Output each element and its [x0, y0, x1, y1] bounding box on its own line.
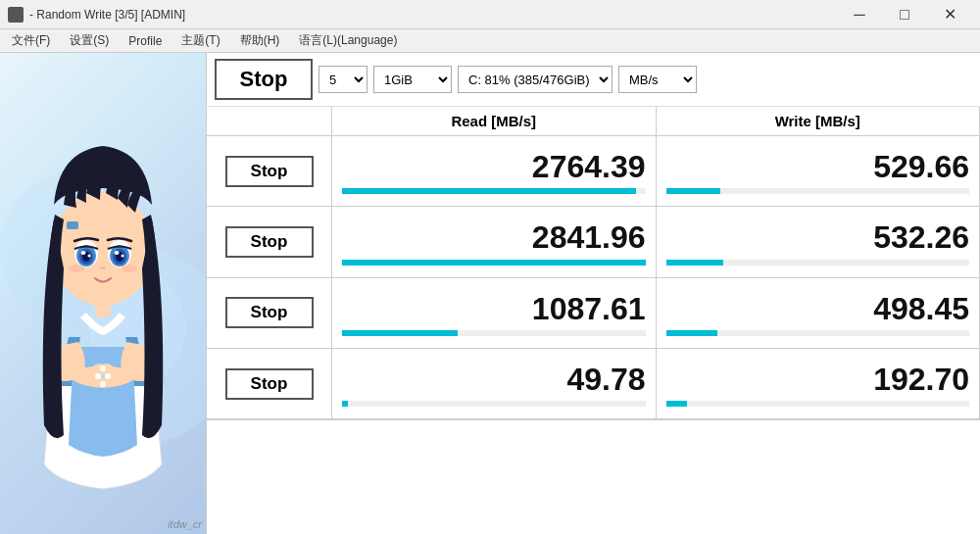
row2-stop-button[interactable]: Stop [225, 226, 314, 258]
maximize-button[interactable]: □ [882, 0, 927, 29]
svg-point-17 [122, 255, 124, 258]
row3-write-cell: 498.45 [657, 278, 981, 348]
row4-stop-button[interactable]: Stop [225, 368, 314, 400]
row1-write-bar-container [666, 188, 970, 194]
close-button[interactable]: ✕ [927, 0, 972, 29]
row4-read-bar-container [342, 401, 646, 407]
test-size-dropdown[interactable]: 1GiB [373, 66, 452, 93]
row4-btn-cell: Stop [207, 349, 332, 418]
row1-write-cell: 529.66 [657, 136, 981, 206]
svg-point-22 [100, 365, 106, 371]
title-bar: - Random Write [3/5] [ADMIN] ─ □ ✕ [0, 0, 980, 29]
row1-stop-button[interactable]: Stop [225, 156, 314, 187]
row2-write-cell: 532.26 [657, 207, 981, 276]
menu-language[interactable]: 语言(L)(Language) [291, 30, 405, 51]
drive-dropdown[interactable]: C: 81% (385/476GiB) [458, 66, 612, 93]
row2-write-bar-container [666, 260, 970, 266]
table-row: Stop 2841.96 532.26 [207, 207, 980, 277]
row2-read-bar [342, 260, 646, 266]
svg-point-16 [115, 251, 120, 255]
svg-point-18 [69, 265, 84, 272]
row2-btn-cell: Stop [207, 207, 332, 276]
row4-write-bar [666, 401, 688, 407]
menu-file[interactable]: 文件(F) [4, 30, 58, 51]
watermark: itdw_cr [168, 518, 202, 530]
row3-write-bar [666, 330, 718, 336]
minimize-button[interactable]: ─ [837, 0, 882, 29]
header-col-write: Write [MB/s] [657, 107, 981, 135]
row4-write-cell: 192.70 [657, 349, 981, 418]
row3-read-cell: 1087.61 [332, 278, 657, 348]
svg-point-11 [88, 255, 91, 258]
row1-read-bar [342, 188, 636, 194]
svg-point-4 [52, 192, 154, 306]
menu-bar: 文件(F) 设置(S) Profile 主题(T) 帮助(H) 语言(L)(La… [0, 29, 980, 53]
table-row: Stop 2764.39 529.66 [207, 136, 980, 207]
row2-read-cell: 2841.96 [332, 207, 657, 276]
row3-read-value: 1087.61 [342, 290, 646, 327]
title-text: - Random Write [3/5] [ADMIN] [29, 8, 185, 22]
row3-read-bar-container [342, 330, 646, 336]
right-panel: Stop 5 1GiB C: 81% (385/476GiB) MB/s Rea… [206, 53, 980, 534]
menu-help[interactable]: 帮助(H) [232, 30, 288, 51]
menu-settings[interactable]: 设置(S) [62, 30, 117, 51]
benchmark-area: Read [MB/s] Write [MB/s] Stop 2764.39 [207, 107, 980, 534]
app-icon [8, 7, 24, 23]
svg-point-19 [122, 265, 137, 272]
row4-read-cell: 49.78 [332, 349, 657, 418]
toolbar: Stop 5 1GiB C: 81% (385/476GiB) MB/s [207, 53, 980, 107]
row2-read-bar-container [342, 260, 646, 266]
menu-theme[interactable]: 主题(T) [173, 30, 227, 51]
row2-write-value: 532.26 [666, 218, 970, 256]
window-controls: ─ □ ✕ [837, 0, 972, 29]
row4-write-bar-container [666, 401, 970, 407]
row1-read-cell: 2764.39 [332, 136, 657, 206]
row4-read-bar [342, 401, 348, 407]
row3-stop-button[interactable]: Stop [225, 297, 314, 328]
row1-write-value: 529.66 [666, 148, 970, 185]
row3-read-bar [342, 330, 458, 336]
svg-point-20 [95, 373, 101, 379]
row2-read-value: 2841.96 [342, 218, 646, 256]
header-col-read: Read [MB/s] [332, 107, 657, 135]
table-row: Stop 1087.61 498.45 [207, 278, 980, 349]
svg-point-24 [101, 374, 105, 378]
unit-dropdown[interactable]: MB/s [618, 66, 697, 93]
main-content: itdw_cr Stop 5 1GiB C: 81% (385/476GiB) … [0, 53, 980, 534]
row1-read-bar-container [342, 188, 646, 194]
bench-rows: Stop 2764.39 529.66 [207, 136, 980, 419]
svg-point-23 [100, 381, 106, 387]
main-stop-button[interactable]: Stop [215, 59, 313, 100]
menu-profile[interactable]: Profile [121, 32, 170, 50]
bench-empty-row [207, 419, 980, 534]
row1-btn-cell: Stop [207, 136, 332, 206]
row1-write-bar [666, 188, 721, 194]
table-row: Stop 49.78 192.70 [207, 349, 980, 419]
row3-btn-cell: Stop [207, 278, 332, 348]
svg-point-21 [105, 373, 111, 379]
row4-write-value: 192.70 [666, 361, 970, 398]
header-col1 [207, 107, 332, 135]
row3-write-bar-container [666, 330, 970, 336]
svg-point-10 [81, 251, 86, 255]
left-panel: itdw_cr [0, 53, 206, 534]
row3-write-value: 498.45 [666, 290, 970, 327]
row4-read-value: 49.78 [342, 361, 646, 398]
svg-rect-5 [67, 221, 78, 229]
bench-header: Read [MB/s] Write [MB/s] [207, 107, 980, 136]
queue-depth-dropdown[interactable]: 5 [318, 66, 368, 93]
row1-read-value: 2764.39 [342, 148, 646, 185]
row2-write-bar [666, 260, 724, 266]
